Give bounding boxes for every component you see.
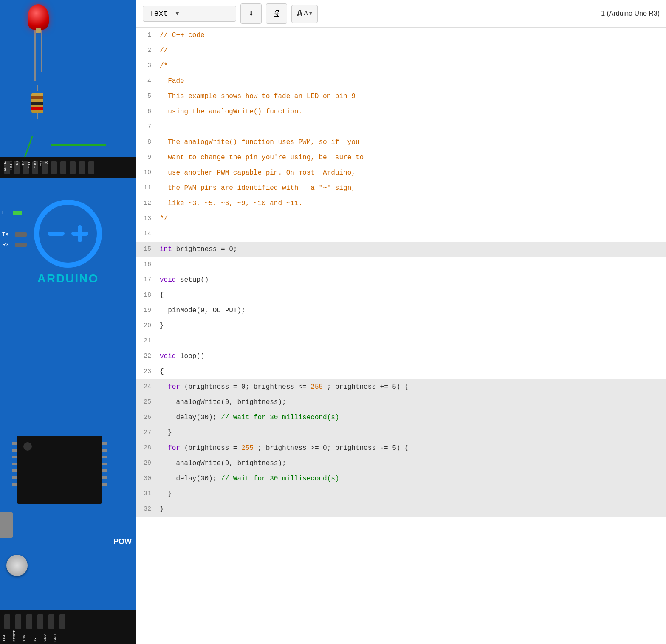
arduino-logo-area: ARDUINO: [8, 200, 127, 285]
kw-loop: loop(): [180, 353, 205, 360]
code-line-21: 21: [136, 333, 666, 349]
code-content-32: }: [158, 502, 666, 517]
code-content-17: void setup(): [158, 272, 666, 288]
font-button[interactable]: A A ▼: [291, 5, 318, 23]
font-icon-large: A: [297, 8, 302, 19]
code-line-13: 13 */: [136, 211, 666, 226]
code-content-11: the PWM pins are identified with a "~" s…: [158, 181, 666, 196]
kw-void-17: void: [160, 276, 176, 284]
ic-pin: [102, 449, 107, 452]
line-num-2: 2: [136, 43, 158, 58]
download-button[interactable]: ⬇: [240, 3, 262, 24]
code-line-29: 29 analogWrite(9, brightness);: [136, 456, 666, 471]
line-num-6: 6: [136, 104, 158, 119]
code-line-15: 15 int brightness = 0;: [136, 242, 666, 257]
code-line-9: 9 want to change the pin you're using, b…: [136, 150, 666, 165]
line-num-24: 24: [136, 379, 158, 395]
code-content-13: */: [158, 211, 666, 226]
line-num-22: 22: [136, 349, 158, 364]
bottom-pin-labels: IOREF RESET 3.3V 5V GND GND: [0, 630, 136, 642]
code-content-29: analogWrite(9, brightness);: [158, 456, 666, 471]
code-content-12: like ~3, ~5, ~6, ~9, ~10 and ~11.: [158, 196, 666, 211]
line-num-3: 3: [136, 58, 158, 73]
toolbar-dropdown[interactable]: Text ▼: [143, 6, 236, 22]
led-legs: [34, 30, 42, 81]
ic-pin: [12, 449, 17, 452]
code-line-19: 19 pinMode(9, OUTPUT);: [136, 303, 666, 318]
pin-label-9: ~9: [39, 161, 43, 166]
line-num-25: 25: [136, 395, 158, 410]
kw-delay-30: delay(30);: [160, 475, 221, 483]
line-num-7: 7: [136, 119, 158, 135]
ic-pin: [102, 469, 107, 472]
ic-pin: [12, 463, 17, 465]
toolbar: Text ▼ ⬇ 🖨 A A ▼ 1 (Arduino Uno R3): [136, 0, 666, 28]
line-num-30: 30: [136, 471, 158, 486]
chevron-down-icon: ▼: [175, 10, 179, 17]
line-num-18: 18: [136, 288, 158, 303]
ic-pins-right: [102, 442, 107, 486]
kw-comment-26: // Wait for 30 millisecond(s): [221, 414, 339, 421]
line-num-1: 1: [136, 28, 158, 43]
line-num-14: 14: [136, 226, 158, 242]
line-num-21: 21: [136, 333, 158, 349]
line-num-10: 10: [136, 165, 158, 181]
ic-pin: [12, 456, 17, 458]
code-content-5: This example shows how to fade an LED on…: [158, 89, 666, 104]
line-num-8: 8: [136, 135, 158, 150]
code-content-28: for (brightness = 255 ; brightness >= 0;…: [158, 441, 666, 456]
code-content-18: {: [158, 288, 666, 303]
pin-label-10: ~10: [33, 161, 37, 168]
code-content-1: // C++ code: [158, 28, 666, 43]
line-num-17: 17: [136, 272, 158, 288]
line-num-15: 15: [136, 242, 158, 257]
code-panel: Text ▼ ⬇ 🖨 A A ▼ 1 (Arduino Uno R3) 1 //…: [136, 0, 666, 644]
pin-labels-area: AREF GND 13 12 ~11 ~10 ~9 8: [0, 161, 136, 195]
arduino-circle-logo: [34, 200, 102, 268]
pin-label-aref: AREF: [3, 161, 7, 172]
reset-button[interactable]: [6, 555, 28, 576]
line-num-28: 28: [136, 441, 158, 456]
code-line-1: 1 // C++ code: [136, 28, 666, 43]
code-line-18: 18 {: [136, 288, 666, 303]
code-line-32: 32 }: [136, 502, 666, 517]
print-button[interactable]: 🖨: [266, 3, 287, 24]
resistor-band-3: [31, 107, 43, 110]
line-num-27: 27: [136, 425, 158, 441]
pin-gnd2: GND: [53, 630, 57, 642]
led-component: [21, 0, 55, 161]
pin-ioref: IOREF: [2, 630, 6, 642]
line-num-31: 31: [136, 486, 158, 502]
kw-delay-26: delay(30);: [160, 414, 221, 421]
code-line-23: 23 {: [136, 364, 666, 379]
kw-comment-30: // Wait for 30 millisecond(s): [221, 475, 339, 483]
kw-for-28-body: (brightness =: [184, 444, 241, 452]
resistor-leg-top: [37, 85, 38, 91]
code-content-21: [158, 333, 666, 349]
svg-rect-17: [59, 614, 65, 629]
kw-brightness-decl: brightness = 0;: [176, 246, 237, 253]
code-line-5: 5 This example shows how to fade an LED …: [136, 89, 666, 104]
toolbar-dropdown-label: Text: [150, 9, 168, 18]
code-content-30: delay(30); // Wait for 30 millisecond(s): [158, 471, 666, 486]
code-line-16: 16: [136, 257, 666, 272]
kw-setup: setup(): [180, 276, 209, 284]
svg-rect-12: [4, 614, 10, 629]
ic-pins-left: [12, 442, 17, 486]
line-num-20: 20: [136, 318, 158, 333]
line-num-26: 26: [136, 410, 158, 425]
arduino-plus-v-icon: [78, 225, 82, 242]
line-num-29: 29: [136, 456, 158, 471]
led-leg-left: [34, 30, 36, 81]
font-icon-small: A: [304, 10, 308, 17]
kw-for-28: for: [160, 444, 180, 452]
line-num-9: 9: [136, 150, 158, 165]
code-content-25: analogWrite(9, brightness);: [158, 395, 666, 410]
pin-label-11: ~11: [27, 161, 31, 168]
code-content-23: {: [158, 364, 666, 379]
bottom-pins: IOREF RESET 3.3V 5V GND GND: [0, 610, 136, 644]
line-num-4: 4: [136, 73, 158, 89]
code-content-16: [158, 257, 666, 272]
code-line-14: 14: [136, 226, 666, 242]
code-editor[interactable]: 1 // C++ code 2 // 3 /* 4 Fade 5 This ex…: [136, 28, 666, 644]
